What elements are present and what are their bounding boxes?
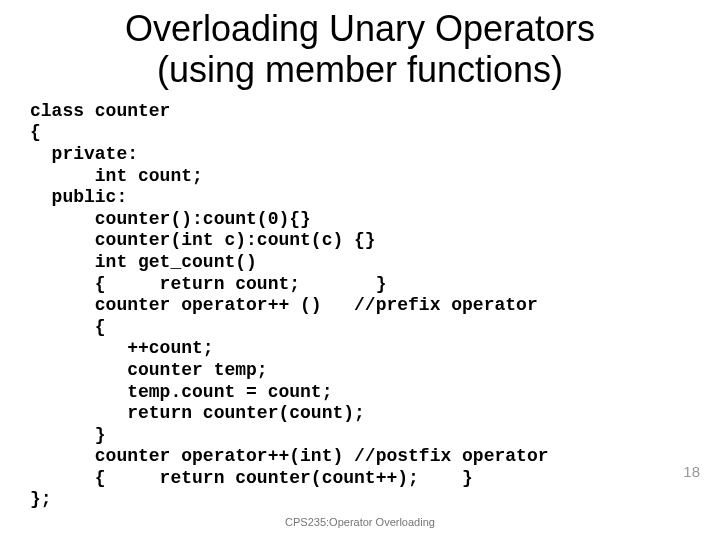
- footer-text: CPS235:Operator Overloading: [0, 516, 720, 528]
- title-line-2: (using member functions): [157, 49, 563, 90]
- title-line-1: Overloading Unary Operators: [125, 8, 595, 49]
- slide: Overloading Unary Operators (using membe…: [0, 0, 720, 540]
- slide-title: Overloading Unary Operators (using membe…: [30, 8, 690, 91]
- page-number: 18: [683, 463, 700, 480]
- code-block: class counter { private: int count; publ…: [30, 101, 690, 511]
